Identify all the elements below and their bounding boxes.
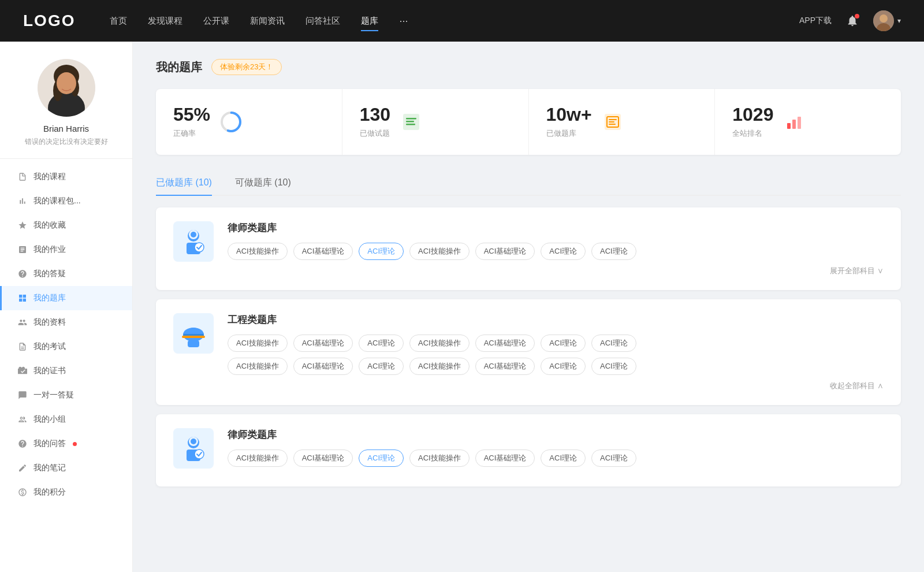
qbank-card-lawyer-1: 律师类题库 ACI技能操作 ACI基础理论 ACI理论 ACI技能操作 ACI基… (156, 207, 901, 290)
sidebar: Brian Harris 错误的决定比没有决定要好 我的课程 我的课程包... (0, 42, 133, 572)
l2-tag-2[interactable]: ACI理论 (359, 450, 404, 467)
menu-notes[interactable]: 我的笔记 (0, 456, 132, 480)
eng-tag-8[interactable]: ACI基础理论 (293, 358, 353, 375)
profile-section: Brian Harris 错误的决定比没有决定要好 (0, 59, 132, 159)
chat-icon (17, 390, 28, 400)
svg-point-36 (191, 439, 196, 444)
trial-badge: 体验剩余23天！ (211, 59, 282, 75)
eng-tag-0[interactable]: ACI技能操作 (228, 335, 288, 352)
tag-4[interactable]: ACI基础理论 (475, 243, 535, 260)
avatar (873, 10, 894, 31)
tags-row-lawyer-2: ACI技能操作 ACI基础理论 ACI理论 ACI技能操作 ACI基础理论 AC… (228, 450, 884, 467)
notification-bell[interactable] (843, 12, 862, 30)
eng-tag-3[interactable]: ACI技能操作 (409, 335, 470, 352)
app-download-link[interactable]: APP下载 (799, 16, 832, 26)
stat-accuracy-label: 正确率 (173, 128, 210, 139)
svg-rect-14 (406, 121, 414, 122)
svg-rect-21 (787, 123, 791, 129)
menu-my-questions[interactable]: 我的问答 (0, 432, 132, 456)
svg-rect-20 (609, 124, 616, 125)
profile-avatar (38, 59, 95, 117)
menu-favorites[interactable]: 我的收藏 (0, 213, 132, 237)
eng-tag-4[interactable]: ACI基础理论 (475, 335, 535, 352)
tags-row-lawyer-1: ACI技能操作 ACI基础理论 ACI理论 ACI技能操作 ACI基础理论 AC… (228, 243, 884, 260)
tag-0[interactable]: ACI技能操作 (228, 243, 288, 260)
people-icon (17, 317, 28, 328)
nav-qbank[interactable]: 题库 (361, 13, 378, 29)
tag-3[interactable]: ACI技能操作 (409, 243, 470, 260)
menu-homework[interactable]: 我的作业 (0, 237, 132, 262)
svg-point-37 (195, 450, 204, 459)
page-header: 我的题库 体验剩余23天！ (156, 59, 901, 75)
l2-tag-6[interactable]: ACI理论 (591, 450, 636, 467)
stat-ranking: 1029 全站排名 (715, 89, 901, 155)
eng-tag-2[interactable]: ACI理论 (359, 335, 404, 352)
eng-tag-13[interactable]: ACI理论 (591, 358, 636, 375)
nav-news[interactable]: 新闻资讯 (250, 13, 285, 29)
eng-tag-6[interactable]: ACI理论 (591, 335, 636, 352)
tab-available[interactable]: 可做题库 (10) (235, 171, 291, 195)
l2-tag-1[interactable]: ACI基础理论 (293, 450, 353, 467)
menu-one-on-one[interactable]: 一对一答疑 (0, 383, 132, 407)
qbank-title-engineer: 工程类题库 (228, 313, 884, 326)
menu-profile[interactable]: 我的资料 (0, 310, 132, 335)
menu-exams[interactable]: 我的考试 (0, 335, 132, 359)
expand-link-lawyer-1[interactable]: 展开全部科目 ∨ (228, 266, 884, 276)
l2-tag-4[interactable]: ACI基础理论 (475, 450, 535, 467)
nav-qa[interactable]: 问答社区 (305, 13, 340, 29)
qbank-title-lawyer-2: 律师类题库 (228, 428, 884, 441)
menu-my-courses[interactable]: 我的课程 (0, 165, 132, 189)
stat-accuracy: 55% 正确率 (156, 89, 342, 155)
stat-rank-label: 全站排名 (732, 128, 773, 139)
eng-tag-11[interactable]: ACI基础理论 (475, 358, 535, 375)
tag-1[interactable]: ACI基础理论 (293, 243, 353, 260)
tab-done[interactable]: 已做题库 (10) (156, 171, 212, 195)
menu-my-qbank[interactable]: 我的题库 (0, 286, 132, 310)
notification-dot (855, 14, 859, 18)
nav-public[interactable]: 公开课 (203, 13, 229, 29)
lawyer-icon (173, 221, 214, 262)
help-icon (17, 269, 28, 279)
nav-home[interactable]: 首页 (110, 13, 127, 29)
question-icon (17, 439, 28, 449)
l2-tag-5[interactable]: ACI理论 (541, 450, 586, 467)
eng-tag-12[interactable]: ACI理论 (541, 358, 586, 375)
l2-tag-3[interactable]: ACI技能操作 (409, 450, 470, 467)
menu-points[interactable]: 我的积分 (0, 480, 132, 504)
eng-tag-5[interactable]: ACI理论 (541, 335, 586, 352)
svg-rect-19 (609, 121, 614, 122)
tag-5[interactable]: ACI理论 (541, 243, 586, 260)
svg-rect-23 (798, 117, 801, 129)
tag-6[interactable]: ACI理论 (591, 243, 636, 260)
cert-icon (17, 366, 28, 376)
chevron-down-icon: ▾ (897, 17, 901, 25)
user-avatar-menu[interactable]: ▾ (873, 10, 901, 31)
eng-tag-1[interactable]: ACI基础理论 (293, 335, 353, 352)
collapse-link-engineer[interactable]: 收起全部科目 ∧ (228, 381, 884, 391)
page-body: Brian Harris 错误的决定比没有决定要好 我的课程 我的课程包... (0, 42, 924, 572)
svg-rect-18 (609, 119, 617, 120)
header-right: APP下载 ▾ (799, 10, 901, 31)
star-icon (17, 220, 28, 231)
menu-groups[interactable]: 我的小组 (0, 407, 132, 432)
nav-courses[interactable]: 发现课程 (148, 13, 182, 29)
menu-course-packages[interactable]: 我的课程包... (0, 189, 132, 213)
logo[interactable]: LOGO (23, 12, 75, 30)
note-icon (17, 463, 28, 473)
menu-qa-help[interactable]: 我的答疑 (0, 262, 132, 286)
svg-point-1 (880, 14, 888, 23)
profile-motto: 错误的决定比没有决定要好 (12, 137, 121, 147)
menu-certificates[interactable]: 我的证书 (0, 359, 132, 383)
tag-2[interactable]: ACI理论 (359, 243, 404, 260)
stat-done-qbanks: 10w+ 已做题库 (529, 89, 716, 155)
eng-tag-10[interactable]: ACI技能操作 (409, 358, 470, 375)
main-content: 我的题库 体验剩余23天！ 55% 正确率 130 (133, 42, 924, 572)
tags-row-engineer-2: ACI技能操作 ACI基础理论 ACI理论 ACI技能操作 ACI基础理论 AC… (228, 358, 884, 375)
svg-rect-13 (406, 118, 416, 120)
svg-rect-22 (792, 120, 796, 129)
eng-tag-9[interactable]: ACI理论 (359, 358, 404, 375)
nav-more[interactable]: ··· (399, 15, 408, 27)
l2-tag-0[interactable]: ACI技能操作 (228, 450, 288, 467)
doc-icon (17, 341, 28, 352)
eng-tag-7[interactable]: ACI技能操作 (228, 358, 288, 375)
